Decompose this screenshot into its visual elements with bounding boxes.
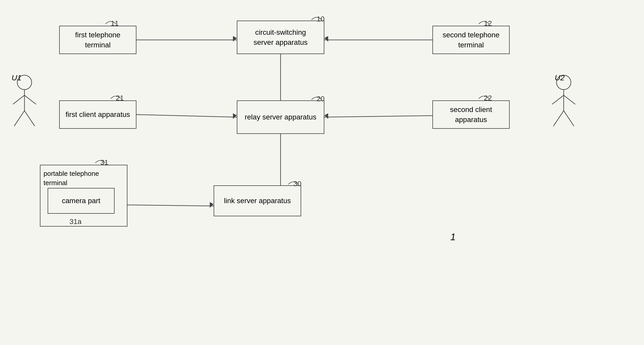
second-telephone-box: second telephoneterminal (432, 26, 510, 54)
ref-bracket-10 (309, 13, 324, 21)
link-server-box: link server apparatus (214, 185, 301, 216)
system-label: 1 (450, 232, 456, 243)
svg-line-15 (24, 95, 36, 104)
second-telephone-label: second telephoneterminal (442, 30, 499, 50)
svg-marker-8 (324, 36, 328, 42)
camera-part-box: camera part (48, 188, 115, 214)
ref-bracket-22 (476, 92, 492, 100)
ref-bracket-20 (309, 93, 324, 101)
stick-figure-u2 (548, 75, 579, 131)
svg-line-20 (552, 95, 564, 104)
diagram-container: circuit-switchingserver apparatus 10 fir… (0, 0, 644, 345)
link-server-label: link server apparatus (224, 196, 291, 206)
svg-line-23 (564, 111, 574, 126)
svg-line-3 (136, 115, 237, 117)
first-client-box: first client apparatus (59, 100, 136, 129)
relay-server-box: relay server apparatus (237, 100, 324, 134)
ref-bracket-12 (476, 18, 492, 25)
relay-server-label: relay server apparatus (245, 112, 317, 122)
ref-31a: 31a (69, 218, 82, 226)
svg-line-16 (14, 111, 24, 126)
svg-marker-9 (233, 113, 237, 119)
svg-line-22 (553, 111, 564, 126)
camera-part-label: camera part (62, 196, 100, 206)
first-telephone-label: first telephoneterminal (75, 30, 120, 50)
svg-line-21 (564, 95, 575, 104)
u2-label: U2 (555, 73, 564, 82)
u1-label: U1 (12, 73, 21, 82)
ref-bracket-11 (103, 18, 118, 25)
second-client-label: second clientapparatus (450, 105, 492, 125)
circuit-switching-label: circuit-switchingserver apparatus (254, 27, 308, 47)
ref-bracket-31 (93, 157, 108, 164)
circuit-switching-box: circuit-switchingserver apparatus (237, 21, 324, 54)
ref-bracket-30 (286, 178, 301, 186)
svg-line-14 (13, 95, 24, 104)
svg-marker-7 (233, 36, 237, 42)
svg-line-17 (24, 111, 35, 126)
stick-figure-u1 (9, 75, 40, 131)
first-telephone-box: first telephoneterminal (59, 26, 136, 54)
ref-bracket-21 (108, 92, 124, 100)
first-client-label: first client apparatus (66, 109, 130, 119)
portable-telephone-label: portable telephoneterminal (43, 169, 99, 188)
svg-marker-10 (324, 113, 328, 119)
second-client-box: second clientapparatus (432, 100, 510, 129)
svg-marker-11 (210, 202, 214, 208)
